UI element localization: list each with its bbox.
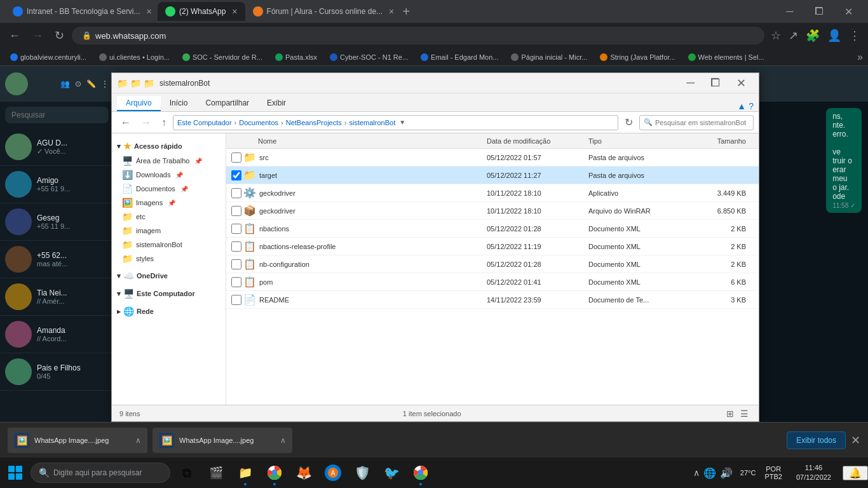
- taskbar-app-firefox[interactable]: 🦊: [290, 458, 318, 488]
- tray-network-icon[interactable]: 🌐: [703, 467, 716, 479]
- bookmark-pagina[interactable]: Página inicial - Micr...: [506, 52, 592, 62]
- list-view-btn[interactable]: ⊞: [724, 407, 736, 420]
- wa-chat-amigo[interactable]: Amigo +55 61 9...: [0, 166, 114, 203]
- tab-close-forum[interactable]: ×: [389, 6, 394, 17]
- tab-intranet[interactable]: Intranet - BB Tecnologia e Servi... ×: [5, 2, 158, 21]
- ribbon-tab-exibir[interactable]: Exibir: [258, 96, 295, 111]
- this-computer-header[interactable]: ▾ 🖥️ Este Computador: [112, 286, 226, 301]
- explorer-search-box[interactable]: 🔍: [639, 115, 754, 130]
- taskbar-app-task-view[interactable]: ⧉: [173, 458, 201, 488]
- file-row-target[interactable]: 📁 target 05/12/2022 11:27 Pasta de arqui…: [226, 166, 759, 184]
- explorer-maximize[interactable]: ⧠: [702, 73, 729, 93]
- file-row-geckodriver-app[interactable]: ⚙️ geckodriver 10/11/2022 18:10 Aplicati…: [226, 184, 759, 202]
- taskbar-search-bar[interactable]: 🔍 Digite aqui para pesquisar: [31, 463, 170, 483]
- detail-view-btn[interactable]: ☰: [738, 407, 751, 420]
- ribbon-help-btn[interactable]: ?: [749, 101, 754, 111]
- file-row-nbactions-release[interactable]: 📋 nbactions-release-profile 05/12/2022 1…: [226, 238, 759, 255]
- path-documentos[interactable]: Documentos: [239, 119, 278, 126]
- sidebar-downloads[interactable]: ⬇️ Downloads 📌: [112, 168, 226, 182]
- bookmark-soc[interactable]: SOC - Servidor de R...: [177, 52, 268, 62]
- explorer-path[interactable]: Este Computador › Documentos › NetBeansP…: [173, 115, 618, 130]
- checkbox-nb-configuration[interactable]: [231, 259, 241, 269]
- download-chevron-1[interactable]: ∧: [135, 436, 141, 445]
- col-header-type[interactable]: Tipo: [588, 137, 690, 145]
- checkbox-geckodriver-zip[interactable]: [231, 206, 241, 216]
- wa-search-input[interactable]: [5, 107, 109, 123]
- ribbon-tab-inicio[interactable]: Início: [161, 96, 197, 111]
- file-row-nb-configuration[interactable]: 📋 nb-configuration 05/12/2022 01:28 Docu…: [226, 255, 759, 273]
- checkbox-nbactions-release[interactable]: [231, 241, 241, 252]
- wa-community-icon[interactable]: 👥: [60, 79, 70, 88]
- tab-forum[interactable]: Fórum | Alura - Cursos online de... ×: [245, 2, 398, 21]
- col-header-date[interactable]: Data de modificação: [487, 137, 588, 145]
- file-row-readme[interactable]: 📄 README 14/11/2022 23:59 Documento de T…: [226, 291, 759, 309]
- bookmark-ui[interactable]: ui.clientes • Login...: [94, 52, 175, 62]
- wa-chat-tia[interactable]: Tia Nei... // Amér...: [0, 278, 114, 316]
- onedrive-header[interactable]: ▾ ☁️ OneDrive: [112, 268, 226, 283]
- wa-chat-amanda[interactable]: Amanda // Acord...: [0, 316, 114, 353]
- checkbox-src[interactable]: [231, 152, 241, 163]
- reload-button[interactable]: ↻: [51, 26, 68, 45]
- network-header[interactable]: ▸ 🌐 Rede: [112, 304, 226, 319]
- bookmark-star-icon[interactable]: ☆: [768, 26, 783, 45]
- explorer-back-btn[interactable]: ←: [117, 116, 135, 130]
- explorer-refresh-btn[interactable]: ↻: [621, 115, 637, 130]
- sidebar-documentos[interactable]: 📄 Documentos 📌: [112, 182, 226, 196]
- path-this-computer[interactable]: Este Computador: [177, 119, 232, 126]
- back-button[interactable]: ←: [5, 27, 24, 45]
- bookmark-globalview[interactable]: globalview.centuryli...: [5, 52, 92, 62]
- extensions-icon[interactable]: 🧩: [803, 26, 822, 45]
- checkbox-geckodriver-app[interactable]: [231, 188, 241, 198]
- taskbar-app-chrome2[interactable]: [407, 458, 435, 488]
- explorer-forward-btn[interactable]: →: [137, 116, 155, 130]
- taskbar-app-security[interactable]: 🛡️: [348, 458, 376, 488]
- ribbon-tab-arquivo[interactable]: Arquivo: [117, 96, 161, 111]
- col-header-name[interactable]: Nome: [243, 137, 487, 145]
- taskbar-app-6[interactable]: A: [319, 458, 347, 488]
- maximize-button[interactable]: ⧠: [804, 0, 834, 23]
- explorer-up-btn[interactable]: ↑: [158, 116, 170, 130]
- download-chevron-2[interactable]: ∧: [280, 436, 286, 445]
- taskbar-app-bird[interactable]: 🐦: [377, 458, 405, 488]
- wa-chat-geseg[interactable]: Geseg +55 11 9...: [0, 203, 114, 241]
- path-netbeans[interactable]: NetBeansProjects: [286, 119, 342, 126]
- quick-access-header[interactable]: ▾ ★ Acesso rápido: [112, 139, 226, 154]
- sidebar-styles[interactable]: 📁 styles: [112, 252, 226, 266]
- ribbon-tab-compartilhar[interactable]: Compartilhar: [196, 96, 258, 111]
- share-icon[interactable]: ↗: [786, 26, 801, 45]
- checkbox-readme[interactable]: [231, 295, 241, 305]
- wa-status-icon[interactable]: ⊙: [75, 79, 81, 88]
- profile-icon[interactable]: 👤: [825, 26, 844, 45]
- tray-caret-icon[interactable]: ∧: [693, 468, 700, 478]
- col-header-size[interactable]: Tamanho: [690, 137, 754, 145]
- bookmark-string[interactable]: String (Java Platfor...: [595, 52, 680, 62]
- file-row-pom[interactable]: 📋 pom 05/12/2022 01:41 Documento XML 6 K…: [226, 273, 759, 291]
- wa-menu-icon[interactable]: ⋮: [101, 79, 109, 88]
- wa-new-chat-icon[interactable]: ✏️: [86, 79, 96, 88]
- start-button[interactable]: [0, 458, 31, 488]
- checkbox-pom[interactable]: [231, 277, 241, 287]
- new-tab-button[interactable]: +: [398, 4, 416, 19]
- notification-center-button[interactable]: 🔔: [843, 466, 868, 480]
- checkbox-target[interactable]: [231, 170, 241, 180]
- bookmark-email[interactable]: Email - Edgard Mon...: [416, 52, 503, 62]
- taskbar-app-chrome[interactable]: [261, 458, 288, 488]
- explorer-close[interactable]: ✕: [729, 73, 754, 93]
- download-bar-close-button[interactable]: ✕: [851, 433, 860, 447]
- taskbar-app-widgets[interactable]: 🎬: [202, 458, 230, 488]
- file-row-geckodriver-zip[interactable]: 📦 geckodriver 10/11/2022 18:10 Arquivo d…: [226, 202, 759, 220]
- wa-chat-unknown[interactable]: +55 62... mas até...: [0, 241, 114, 278]
- bookmark-cyber[interactable]: Cyber-SOC - N1 Re...: [325, 52, 413, 62]
- show-all-downloads-button[interactable]: Exibir todos: [787, 431, 846, 449]
- checkbox-nbactions[interactable]: [231, 224, 241, 234]
- taskbar-app-file-explorer[interactable]: 📁: [231, 458, 259, 488]
- tab-whatsapp[interactable]: (2) WhatsApp ×: [158, 2, 245, 21]
- address-bar[interactable]: 🔒: [72, 27, 764, 44]
- more-bookmarks-button[interactable]: »: [857, 51, 863, 63]
- sidebar-etc[interactable]: 📁 etc: [112, 210, 226, 224]
- bookmark-web[interactable]: Web elements | Sel...: [683, 52, 770, 62]
- file-row-nbactions[interactable]: 📋 nbactions 05/12/2022 01:28 Documento X…: [226, 220, 759, 238]
- sidebar-imagens[interactable]: 🖼️ Imagens 📌: [112, 196, 226, 210]
- tab-close-whatsapp[interactable]: ×: [232, 6, 237, 17]
- bookmark-pasta[interactable]: Pasta.xlsx: [270, 52, 322, 62]
